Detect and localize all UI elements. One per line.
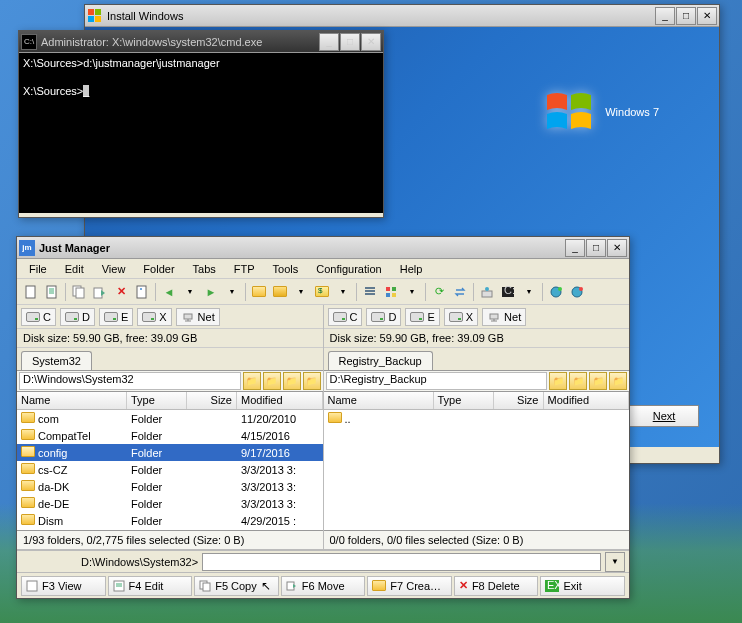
right-path-input[interactable]: D:\Registry_Backup — [326, 372, 548, 390]
install-titlebar[interactable]: Install Windows _ □ ✕ — [85, 5, 719, 27]
drive-d[interactable]: D — [366, 308, 401, 326]
refresh-icon[interactable]: ⟳ — [429, 282, 449, 302]
forward-icon[interactable]: ► — [201, 282, 221, 302]
close-button[interactable]: ✕ — [697, 7, 717, 25]
table-row[interactable]: cs-CZFolder3/3/2013 3: — [17, 461, 323, 478]
col-name[interactable]: Name — [17, 392, 127, 409]
view-grid-icon[interactable] — [381, 282, 401, 302]
properties-icon[interactable] — [132, 282, 152, 302]
f5-copy-button[interactable]: F5 Copy↖ — [194, 576, 279, 596]
col-modified[interactable]: Modified — [237, 392, 323, 409]
drive-c[interactable]: C — [21, 308, 56, 326]
close-button[interactable]: ✕ — [361, 33, 381, 51]
next-button[interactable]: Next — [629, 405, 699, 427]
dropdown-icon[interactable]: ▼ — [402, 282, 422, 302]
jm-titlebar[interactable]: jm Just Manager _ □ ✕ — [17, 237, 629, 259]
f3-view-button[interactable]: F3 View — [21, 576, 106, 596]
move-icon[interactable] — [90, 282, 110, 302]
ftp-icon[interactable] — [477, 282, 497, 302]
right-file-list[interactable]: .. — [324, 410, 630, 530]
maximize-button[interactable]: □ — [676, 7, 696, 25]
cmd-body[interactable]: X:\Sources>d:\justmanager\justmanager X:… — [19, 53, 383, 213]
svg-rect-1 — [95, 9, 101, 15]
col-size[interactable]: Size — [494, 392, 544, 409]
table-row[interactable]: da-DKFolder3/3/2013 3: — [17, 478, 323, 495]
connect-icon[interactable] — [546, 282, 566, 302]
folder-up-icon[interactable]: 📁 — [549, 372, 567, 390]
drive-d[interactable]: D — [60, 308, 95, 326]
folder-icon[interactable] — [249, 282, 269, 302]
maximize-button[interactable]: □ — [340, 33, 360, 51]
copy-icon[interactable] — [69, 282, 89, 302]
folder-up-icon[interactable]: 📁 — [243, 372, 261, 390]
menu-view[interactable]: View — [94, 261, 134, 277]
table-row[interactable]: CompatTelFolder4/15/2016 — [17, 427, 323, 444]
drive-x[interactable]: X — [444, 308, 478, 326]
minimize-button[interactable]: _ — [655, 7, 675, 25]
folder-fav-icon[interactable]: 📁 — [589, 372, 607, 390]
dropdown-icon[interactable]: ▼ — [519, 282, 539, 302]
new-file-icon[interactable] — [21, 282, 41, 302]
minimize-button[interactable]: _ — [565, 239, 585, 257]
drive-e[interactable]: E — [405, 308, 439, 326]
col-modified[interactable]: Modified — [544, 392, 630, 409]
view-list-icon[interactable] — [360, 282, 380, 302]
menu-tools[interactable]: Tools — [265, 261, 307, 277]
menu-file[interactable]: File — [21, 261, 55, 277]
folder-fav-icon[interactable]: 📁 — [283, 372, 301, 390]
dropdown-icon[interactable]: ▼ — [180, 282, 200, 302]
col-type[interactable]: Type — [434, 392, 494, 409]
cmd-dropdown-icon[interactable]: ▼ — [605, 552, 625, 572]
table-row[interactable]: DismFolder4/29/2015 : — [17, 512, 323, 529]
dropdown-icon[interactable]: ▼ — [333, 282, 353, 302]
menu-edit[interactable]: Edit — [57, 261, 92, 277]
f7-create-button[interactable]: F7 Crea… — [367, 576, 452, 596]
menu-help[interactable]: Help — [392, 261, 431, 277]
menu-configuration[interactable]: Configuration — [308, 261, 389, 277]
edit-icon[interactable] — [42, 282, 62, 302]
svg-text:EXIT: EXIT — [547, 580, 559, 591]
menu-ftp[interactable]: FTP — [226, 261, 263, 277]
table-row[interactable]: configFolder9/17/2016 — [17, 444, 323, 461]
f6-move-button[interactable]: F6 Move — [281, 576, 366, 596]
table-row[interactable]: comFolder11/20/2010 — [17, 410, 323, 427]
exit-button[interactable]: EXITExit — [540, 576, 625, 596]
drive-net[interactable]: Net — [482, 308, 526, 326]
table-row[interactable]: de-DEFolder3/3/2013 3: — [17, 495, 323, 512]
delete-icon[interactable]: ✕ — [111, 282, 131, 302]
drive-e[interactable]: E — [99, 308, 133, 326]
left-tab[interactable]: System32 — [21, 351, 92, 370]
cmd-input[interactable] — [202, 553, 601, 571]
folder-root-icon[interactable]: 📁 — [569, 372, 587, 390]
menu-folder[interactable]: Folder — [135, 261, 182, 277]
folder-root-icon[interactable]: 📁 — [263, 372, 281, 390]
money-folder-icon[interactable]: $ — [312, 282, 332, 302]
f8-delete-button[interactable]: ✕F8 Delete — [454, 576, 539, 596]
back-icon[interactable]: ◄ — [159, 282, 179, 302]
close-button[interactable]: ✕ — [607, 239, 627, 257]
drive-x[interactable]: X — [137, 308, 171, 326]
drive-net[interactable]: Net — [176, 308, 220, 326]
minimize-button[interactable]: _ — [319, 33, 339, 51]
col-name[interactable]: Name — [324, 392, 434, 409]
drive-c[interactable]: C — [328, 308, 363, 326]
dropdown-icon[interactable]: ▼ — [222, 282, 242, 302]
svg-text:C:\: C:\ — [504, 285, 515, 296]
left-path-input[interactable]: D:\Windows\System32 — [19, 372, 241, 390]
cmd-titlebar[interactable]: C:\ Administrator: X:\windows\system32\c… — [19, 31, 383, 53]
swap-icon[interactable] — [450, 282, 470, 302]
terminal-icon[interactable]: C:\ — [498, 282, 518, 302]
maximize-button[interactable]: □ — [586, 239, 606, 257]
col-type[interactable]: Type — [127, 392, 187, 409]
dropdown-icon[interactable]: ▼ — [291, 282, 311, 302]
table-row[interactable]: .. — [324, 410, 630, 427]
folder-history-icon[interactable]: 📁 — [303, 372, 321, 390]
col-size[interactable]: Size — [187, 392, 237, 409]
menu-tabs[interactable]: Tabs — [185, 261, 224, 277]
disconnect-icon[interactable] — [567, 282, 587, 302]
left-file-list[interactable]: comFolder11/20/2010 CompatTelFolder4/15/… — [17, 410, 323, 530]
folder-history-icon[interactable]: 📁 — [609, 372, 627, 390]
f4-edit-button[interactable]: F4 Edit — [108, 576, 193, 596]
right-tab[interactable]: Registry_Backup — [328, 351, 433, 370]
favorites-icon[interactable] — [270, 282, 290, 302]
